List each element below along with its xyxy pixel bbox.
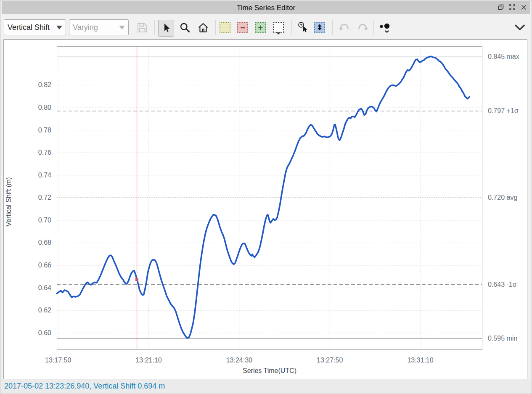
mode-dropdown[interactable]: Varying [69,19,129,35]
toolbar-separator [373,20,374,35]
y-tick-label: 0.76 [18,148,51,157]
zoom-tool-button[interactable] [176,20,193,37]
redo-arrow-icon [356,22,369,34]
home-button[interactable] [194,20,212,37]
stat-line-label: 0.845 max [488,52,519,61]
x-icon [521,5,527,11]
stat-line-label: 0.643 -1σ [488,280,517,289]
point-display-button[interactable] [377,20,395,37]
cursor-marker[interactable] [135,278,138,281]
close-window-button[interactable] [520,5,527,11]
y-tick-label: 0.70 [18,216,51,225]
toolbar: Vertical Shift Varying [2,14,530,40]
magnifier-plus-cursor-icon [297,21,310,36]
status-bar: 2017-05-02 13:23:26.940, Vertical Shift … [1,379,531,393]
y-axis-title: Vertical Shift (m) [5,130,13,273]
x-tick-label: 13:17:50 [38,356,78,365]
maximize-window-button[interactable] [509,5,516,11]
zoom-in-pointer-button[interactable] [295,20,312,37]
magnifier-icon [179,22,191,34]
cursor-arrow-icon [161,23,171,34]
stat-line-label: 0.720 avg [488,193,517,202]
y-tick-label: 0.60 [18,329,51,337]
x-tick-label: 13:27:50 [310,356,350,365]
toolbar-separator [332,20,333,35]
chevron-down-icon [514,24,525,32]
chevron-down-icon [119,26,125,29]
y-tick-label: 0.80 [18,103,51,112]
y-tick-label: 0.64 [18,284,51,292]
titlebar-controls [498,1,527,14]
expand-arrows-icon [509,4,515,11]
y-tick-label: 0.72 [18,193,51,202]
y-tick-label: 0.82 [18,81,51,89]
x-tick-label: 13:24:30 [219,356,259,365]
y-tick-label: 0.62 [18,306,51,315]
region-add-button[interactable]: + [255,22,266,33]
redo-button[interactable] [354,20,371,37]
y-tick-label: 0.74 [18,171,51,180]
series-line [57,56,469,338]
y-tick-label: 0.66 [18,261,51,270]
y-tick-label: 0.78 [18,126,51,135]
vertical-arrows-icon [317,24,323,32]
stat-line-label: 0.595 min [488,334,517,343]
chevron-down-icon [276,30,281,36]
series-dropdown-value: Vertical Shift [8,23,54,32]
window-title: Time Series Editor [237,4,295,12]
dots-icon [378,21,394,35]
house-icon [197,22,209,35]
toolbar-separator [154,20,155,35]
save-button[interactable] [134,20,151,37]
series-dropdown[interactable]: Vertical Shift [4,19,66,35]
floppy-disk-icon [136,22,148,35]
float-window-button[interactable] [498,5,504,11]
time-series-editor-window: Time Series Editor Vertical Shift [0,0,532,394]
plot-area[interactable] [57,46,482,350]
region-select-button[interactable] [273,22,284,33]
dotted-box-minus-icon: − [240,23,245,33]
dotted-box-plus-icon: + [258,23,263,33]
stat-line-label: 0.797 +1σ [488,106,519,116]
x-axis-title: Series Time(UTC) [57,367,482,375]
title-bar: Time Series Editor [2,1,530,14]
undo-button[interactable] [336,20,353,37]
undo-arrow-icon [338,22,351,34]
toolbar-separator [291,20,292,35]
status-text: 2017-05-02 13:23:26.940, Vertical Shift … [4,382,165,391]
region-highlight-button[interactable] [220,22,230,33]
select-tool-button[interactable] [158,20,174,37]
chevron-down-icon [56,26,62,29]
collapse-toolbar-button[interactable] [513,20,527,37]
region-remove-button[interactable]: − [237,22,248,33]
vertical-range-button[interactable] [314,22,325,33]
chart-panel: Vertical Shift (m) Series Time(UTC) 0.82… [3,40,527,380]
mode-dropdown-value: Varying [73,23,98,32]
float-window-icon [498,4,504,11]
plot-border [57,47,482,350]
x-tick-label: 13:31:10 [400,356,441,365]
y-tick-label: 0.68 [18,238,51,247]
x-tick-label: 13:21:10 [129,356,169,365]
toolbar-separator [215,20,216,35]
